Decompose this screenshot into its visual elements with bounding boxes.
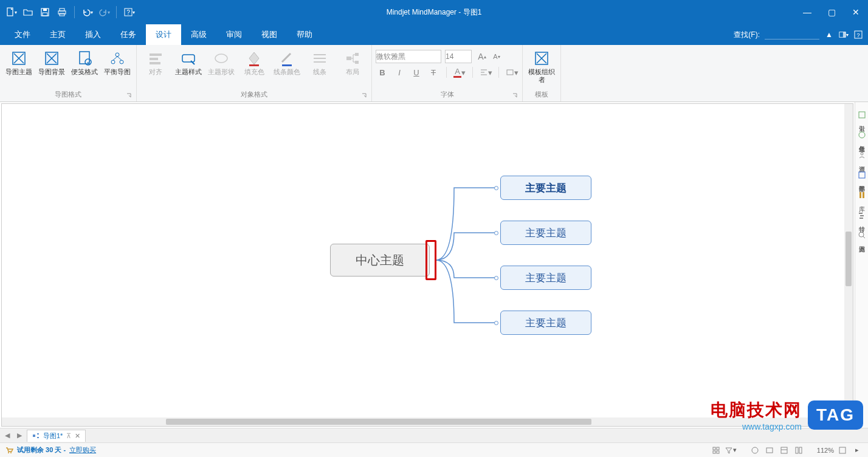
underline-button[interactable]: U <box>410 66 423 79</box>
redo-button[interactable]: ▾ <box>97 5 111 19</box>
map-theme-button[interactable]: 导图主题 <box>4 47 34 76</box>
svg-rect-20 <box>150 53 162 56</box>
find-label: 查找(F): <box>734 30 760 40</box>
open-file-button[interactable] <box>21 5 35 19</box>
main-topic-2[interactable]: 主要主题 <box>500 221 591 245</box>
quick-access-toolbar: ▾ ▾ ▾ ? ▾ <box>0 5 136 19</box>
trial-status: 试用剩余 30 天 - 立即购买 <box>5 445 96 455</box>
font-name-select[interactable] <box>376 50 441 63</box>
dropdown-icon: ▾ <box>91 10 93 15</box>
svg-rect-30 <box>507 70 513 75</box>
find-input[interactable] <box>765 30 819 40</box>
svg-rect-39 <box>860 215 864 216</box>
panel-icon[interactable]: ▾ <box>839 27 849 42</box>
dialog-launcher-icon[interactable] <box>511 92 518 100</box>
scrollbar-thumb[interactable] <box>166 419 591 425</box>
view-mode-1-icon[interactable] <box>749 445 761 456</box>
save-button[interactable] <box>38 5 52 19</box>
view-grid-icon[interactable] <box>710 445 722 456</box>
close-tab-icon[interactable]: ✕ <box>75 432 80 440</box>
connector-dot <box>494 321 498 325</box>
maximize-button[interactable]: ▢ <box>819 4 844 21</box>
horizontal-scrollbar[interactable] <box>2 417 844 426</box>
minimize-button[interactable]: — <box>795 4 819 21</box>
svg-rect-42 <box>33 435 35 437</box>
case-button[interactable]: ▾ <box>505 66 518 79</box>
template-organizer-button[interactable]: 模板组织者 <box>526 47 557 84</box>
buy-now-link[interactable]: 立即购买 <box>69 445 96 455</box>
window-controls: — ▢ ✕ <box>795 4 868 21</box>
bold-button[interactable]: B <box>376 66 389 79</box>
side-tab-index[interactable]: 索引 <box>856 107 868 125</box>
note-format-button[interactable]: 便笺格式 <box>69 47 100 76</box>
tab-advanced[interactable]: 高级 <box>181 24 216 45</box>
topic-style-button[interactable]: 主题样式 <box>173 47 204 76</box>
tab-nav-prev[interactable]: ◀ <box>2 431 12 441</box>
layout-button[interactable]: 布局 <box>337 47 368 76</box>
svg-rect-53 <box>781 447 787 453</box>
tab-task[interactable]: 任务 <box>111 24 146 45</box>
selection-handle[interactable] <box>425 240 436 280</box>
filter-icon[interactable]: ▾ <box>725 445 737 456</box>
tab-file[interactable]: 文件 <box>5 24 40 45</box>
vertical-scrollbar[interactable] <box>844 104 853 417</box>
new-file-button[interactable]: ▾ <box>4 5 18 19</box>
view-mode-4-icon[interactable] <box>793 445 805 456</box>
print-button[interactable] <box>55 5 69 19</box>
svg-rect-35 <box>859 172 865 178</box>
scrollbar-thumb[interactable] <box>846 232 852 286</box>
side-tab-gantt[interactable]: 甘特 <box>856 207 868 225</box>
document-tab-name: 导图1* <box>43 431 63 441</box>
line-button[interactable]: 线条 <box>305 47 335 76</box>
shrink-font-button[interactable]: A▾ <box>490 50 503 63</box>
help-icon[interactable]: ? <box>853 27 863 42</box>
tab-view[interactable]: 视图 <box>252 24 287 45</box>
main-topic-1[interactable]: 主要主题 <box>500 176 591 200</box>
map-background-button[interactable]: 导图背景 <box>36 47 67 76</box>
view-mode-2-icon[interactable] <box>763 445 776 456</box>
font-size-select[interactable] <box>445 50 472 63</box>
view-mode-3-icon[interactable] <box>778 445 790 456</box>
align-left-button[interactable]: ▾ <box>479 66 492 79</box>
side-tab-resource[interactable]: 资源 <box>856 147 868 165</box>
tab-design[interactable]: 设计 <box>146 24 181 45</box>
central-topic[interactable]: 中心主题 <box>330 244 430 277</box>
main-topic-4[interactable]: 主要主题 <box>500 311 591 335</box>
help-button[interactable]: ? ▾ <box>122 5 136 19</box>
menubar-right: 查找(F): ▲ ▾ ? <box>734 24 863 45</box>
close-button[interactable]: ✕ <box>844 4 868 21</box>
tab-nav-next[interactable]: ▶ <box>15 431 24 441</box>
align-button[interactable]: 对齐 <box>140 47 171 76</box>
main-topic-3[interactable]: 主要主题 <box>500 266 591 290</box>
dialog-launcher-icon[interactable] <box>360 92 368 100</box>
fill-color-button[interactable]: 填充色 <box>239 47 269 76</box>
side-tab-browser[interactable]: 浏览器 <box>856 227 868 245</box>
topic-shape-button[interactable]: 主题形状 <box>206 47 236 76</box>
svg-rect-4 <box>60 9 64 11</box>
undo-button[interactable]: ▾ <box>80 5 94 19</box>
expand-icon[interactable]: ▸ <box>851 445 863 456</box>
svg-rect-37 <box>863 192 864 198</box>
side-tab-map-parts[interactable]: 导图部件 <box>856 167 868 185</box>
pin-icon[interactable]: ⊼ <box>66 432 71 440</box>
side-tab-task-info[interactable]: 任务信息 <box>856 127 868 145</box>
tab-home[interactable]: 主页 <box>40 24 75 45</box>
collapse-ribbon-icon[interactable]: ▲ <box>824 27 834 42</box>
tab-help[interactable]: 帮助 <box>287 24 322 45</box>
menu-bar: 文件 主页 插入 任务 设计 高级 审阅 视图 帮助 查找(F): ▲ ▾ ? <box>0 24 868 45</box>
document-tab[interactable]: 导图1* ⊼ ✕ <box>27 430 86 442</box>
svg-point-17 <box>115 53 119 57</box>
italic-button[interactable]: I <box>393 66 406 79</box>
tab-review[interactable]: 审阅 <box>216 24 252 45</box>
fit-icon[interactable] <box>836 445 849 456</box>
grow-font-button[interactable]: A▴ <box>475 50 489 63</box>
side-tab-library[interactable]: 库 <box>856 187 868 205</box>
balance-map-button[interactable]: 平衡导图 <box>102 47 133 76</box>
dialog-launcher-icon[interactable] <box>125 92 133 100</box>
line-color-button[interactable]: 线条颜色 <box>272 47 302 76</box>
tab-insert[interactable]: 插入 <box>75 24 111 45</box>
strike-button[interactable]: T <box>427 66 440 79</box>
canvas[interactable]: 中心主题 主要主题 主要主题 主要主题 主要主题 <box>1 103 853 427</box>
font-color-button[interactable]: A▾ <box>453 66 466 79</box>
zoom-level[interactable]: 112% <box>817 447 834 454</box>
